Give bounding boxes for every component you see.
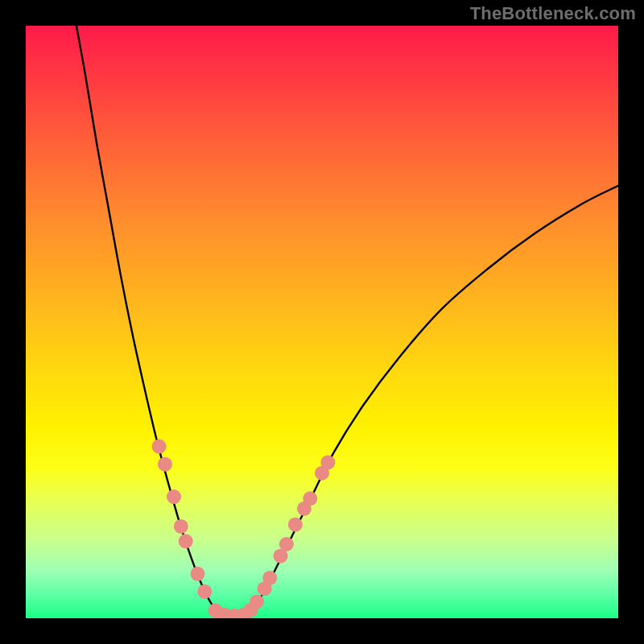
data-point xyxy=(279,537,294,551)
data-point xyxy=(152,440,167,454)
data-point xyxy=(320,455,335,469)
data-point xyxy=(303,491,317,506)
chart-svg xyxy=(26,26,618,618)
markers-group xyxy=(152,440,336,618)
data-point xyxy=(179,534,193,548)
data-point xyxy=(174,519,188,534)
data-point xyxy=(190,567,204,581)
chart-container: TheBottleneck.com xyxy=(0,0,644,644)
plot-area xyxy=(26,26,618,618)
bottleneck-curve xyxy=(73,26,618,617)
data-point xyxy=(158,457,172,472)
data-point xyxy=(167,489,181,504)
curves-group xyxy=(73,26,618,617)
data-point xyxy=(288,518,303,532)
data-point xyxy=(197,584,212,599)
data-point xyxy=(250,594,264,609)
branding-text: TheBottleneck.com xyxy=(470,3,636,24)
data-point xyxy=(262,571,277,585)
